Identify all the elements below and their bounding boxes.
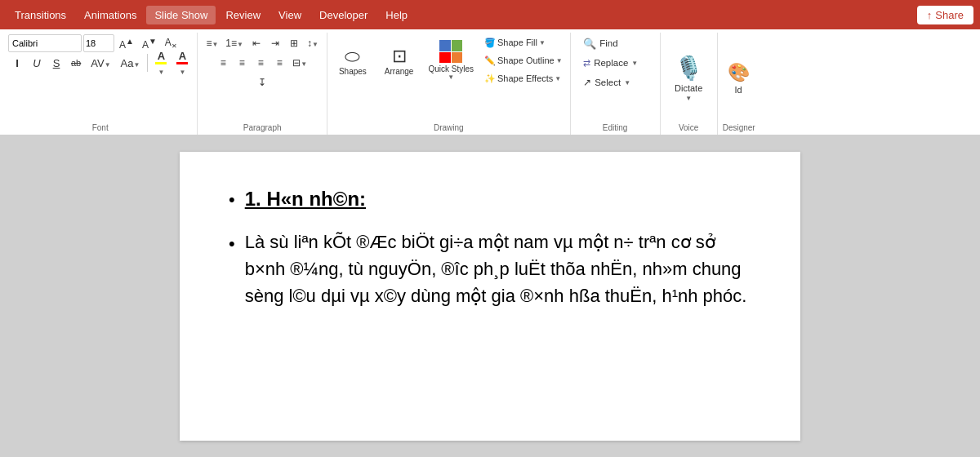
menu-slideshow[interactable]: Slide Show bbox=[146, 6, 216, 24]
char-spacing-button[interactable]: AV▼ bbox=[87, 54, 114, 72]
clear-format-icon: A✕ bbox=[165, 37, 177, 50]
paragraph-group: ≡▼ 1≡▼ ⇤ ⇥ ⊞ ↕▼ bbox=[198, 33, 327, 135]
bullet-item-2: • Là sù liªn kÕt ®Æc biÖt gi÷a một nam v… bbox=[229, 228, 751, 309]
align-right-icon: ≡ bbox=[258, 57, 264, 69]
smartart-icon: ⊞ bbox=[290, 38, 298, 49]
bullets-button[interactable]: ≡▼ bbox=[203, 34, 221, 52]
justify-button[interactable]: ≡ bbox=[270, 54, 288, 72]
find-icon: 🔍 bbox=[583, 38, 596, 50]
designer-group-label: Designer bbox=[723, 122, 755, 135]
replace-button[interactable]: ⇄ Replace ▼ bbox=[578, 54, 652, 72]
voice-group-label: Voice bbox=[666, 122, 712, 135]
align-left-icon: ≡ bbox=[220, 57, 226, 69]
microphone-icon: 🎙️ bbox=[675, 55, 703, 82]
select-label: Select bbox=[595, 78, 621, 87]
increase-indent-icon: ⇥ bbox=[271, 38, 279, 49]
increase-indent-button[interactable]: ⇥ bbox=[266, 34, 284, 52]
designer-controls: 🎨 Id bbox=[723, 34, 755, 122]
shape-outline-arrow: ▼ bbox=[556, 57, 563, 64]
font-size-input[interactable] bbox=[83, 34, 114, 52]
numbering-button[interactable]: 1≡▼ bbox=[222, 34, 247, 52]
shape-effects-label: Shape Effects bbox=[497, 73, 553, 83]
para-row-1: ≡▼ 1≡▼ ⇤ ⇥ ⊞ ↕▼ bbox=[203, 34, 322, 52]
bullet-text-2: Là sù liªn kÕt ®Æc biÖt gi÷a một nam vµ … bbox=[245, 228, 751, 309]
justify-icon: ≡ bbox=[277, 57, 283, 69]
shape-effects-icon: ✨ bbox=[484, 73, 496, 84]
dictate-label: Dictate bbox=[675, 83, 702, 93]
font-format-row: I U S ab AV▼ Aa▼ bbox=[8, 54, 192, 72]
menubar: Transitions Animations Slide Show Review… bbox=[0, 0, 980, 29]
bold-icon: I bbox=[16, 57, 19, 69]
arrange-icon: ⊡ bbox=[392, 46, 407, 67]
shape-effects-arrow: ▼ bbox=[555, 75, 561, 82]
designer-button[interactable]: 🎨 Id bbox=[723, 52, 755, 104]
change-case-button[interactable]: Aa▼ bbox=[117, 54, 145, 72]
shape-outline-button[interactable]: ✏️ Shape Outline ▼ bbox=[482, 52, 565, 69]
italic-icon: U bbox=[33, 57, 40, 69]
strikethrough-icon: ab bbox=[71, 58, 81, 68]
find-button[interactable]: 🔍 Find bbox=[578, 34, 652, 52]
quick-styles-icon bbox=[439, 40, 462, 63]
align-center-button[interactable]: ≡ bbox=[233, 54, 251, 72]
font-name-input[interactable] bbox=[8, 34, 82, 52]
font-group-label: Font bbox=[8, 122, 192, 135]
dictate-button[interactable]: 🎙️ Dictate ▼ bbox=[670, 52, 708, 104]
shape-fill-icon: 🪣 bbox=[484, 38, 496, 48]
para-controls: ≡▼ 1≡▼ ⇤ ⇥ ⊞ ↕▼ bbox=[203, 34, 322, 122]
share-button[interactable]: ↑ Share bbox=[917, 6, 973, 24]
voice-controls: 🎙️ Dictate ▼ bbox=[666, 34, 712, 122]
shape-fill-button[interactable]: 🪣 Shape Fill ▼ bbox=[482, 34, 565, 51]
drawing-controls: ⬭ Shapes ⊡ Arrange Quick Styles bbox=[332, 34, 565, 122]
replace-label: Replace bbox=[594, 58, 628, 68]
bullets-icon: ≡▼ bbox=[206, 38, 218, 49]
decrease-indent-icon: ⇤ bbox=[252, 38, 261, 49]
shape-effects-button[interactable]: ✨ Shape Effects ▼ bbox=[482, 70, 565, 87]
align-right-button[interactable]: ≡ bbox=[252, 54, 270, 72]
para-row-3: ↧ bbox=[253, 73, 271, 91]
strikethrough-button[interactable]: ab bbox=[67, 54, 85, 72]
line-spacing-button[interactable]: ↕▼ bbox=[304, 34, 322, 52]
arrange-label: Arrange bbox=[385, 67, 414, 76]
quick-styles-arrow: ▼ bbox=[448, 73, 454, 81]
arrange-button[interactable]: ⊡ Arrange bbox=[378, 34, 421, 87]
decrease-indent-button[interactable]: ⇤ bbox=[247, 34, 265, 52]
menu-help[interactable]: Help bbox=[377, 6, 416, 24]
quick-styles-button[interactable]: Quick Styles ▼ bbox=[425, 34, 477, 87]
grow-font-button[interactable]: A▲ bbox=[116, 34, 137, 52]
select-button[interactable]: ↗ Select ▼ bbox=[578, 73, 652, 91]
menu-review[interactable]: Review bbox=[217, 6, 269, 24]
shape-fill-arrow: ▼ bbox=[539, 39, 546, 47]
menu-animations[interactable]: Animations bbox=[76, 6, 145, 24]
text-direction-button[interactable]: ↧ bbox=[253, 73, 271, 91]
font-color-button[interactable]: A ▼ bbox=[172, 54, 192, 72]
menu-view[interactable]: View bbox=[270, 6, 310, 24]
columns-button[interactable]: ⊟▼ bbox=[289, 54, 310, 72]
align-left-button[interactable]: ≡ bbox=[214, 54, 232, 72]
shapes-button[interactable]: ⬭ Shapes bbox=[332, 34, 373, 87]
share-label: Share bbox=[935, 9, 964, 21]
editing-controls: 🔍 Find ⇄ Replace ▼ ↗ Select ▼ bbox=[576, 34, 655, 122]
voice-group: 🎙️ Dictate ▼ Voice bbox=[661, 33, 718, 135]
select-icon: ↗ bbox=[583, 77, 591, 88]
italic-button[interactable]: U bbox=[28, 54, 46, 72]
quick-styles-label: Quick Styles bbox=[428, 64, 474, 73]
underline-button[interactable]: S bbox=[47, 54, 65, 72]
menu-transitions[interactable]: Transitions bbox=[7, 6, 74, 24]
divider bbox=[147, 54, 148, 72]
font-color-icon: A ▼ bbox=[176, 50, 188, 77]
highlight-color-button[interactable]: A ▼ bbox=[151, 54, 171, 72]
find-label: Find bbox=[599, 38, 617, 48]
paragraph-group-label: Paragraph bbox=[203, 122, 322, 135]
bold-button[interactable]: I bbox=[8, 54, 26, 72]
shape-outline-label: Shape Outline bbox=[497, 55, 555, 65]
grow-font-icon: A▲ bbox=[119, 37, 134, 51]
shrink-font-icon: A▼ bbox=[142, 37, 157, 51]
font-controls: A▲ A▼ A✕ I U bbox=[8, 34, 192, 122]
convert-smartart-button[interactable]: ⊞ bbox=[285, 34, 303, 52]
ribbon: A▲ A▼ A✕ I U bbox=[0, 29, 980, 135]
highlight-icon: A ▼ bbox=[155, 50, 167, 77]
shape-outline-icon: ✏️ bbox=[484, 55, 496, 66]
shapes-icon: ⬭ bbox=[345, 46, 360, 67]
designer-label: Id bbox=[735, 85, 742, 95]
menu-developer[interactable]: Developer bbox=[311, 6, 376, 24]
